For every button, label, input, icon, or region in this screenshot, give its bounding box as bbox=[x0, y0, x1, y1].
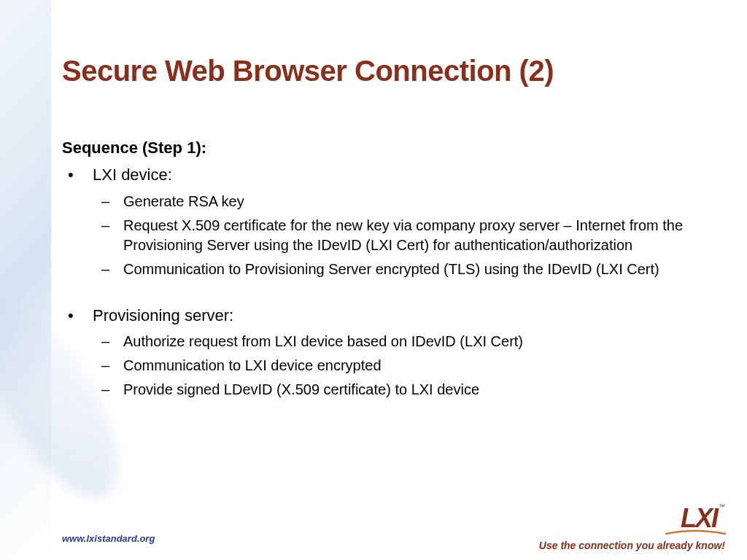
slide-title: Secure Web Browser Connection (2) bbox=[62, 55, 718, 88]
list-item-text: LXI device: bbox=[93, 166, 172, 184]
list-item: Provisioning server: Authorize request f… bbox=[62, 306, 718, 400]
slide-content: Secure Web Browser Connection (2) Sequen… bbox=[62, 55, 718, 405]
bullet-list-level1: LXI device: Generate RSA key Request X.5… bbox=[62, 165, 718, 279]
slide-left-decoration bbox=[0, 0, 51, 560]
list-item: Request X.509 certificate for the new ke… bbox=[93, 216, 718, 255]
list-item: Authorize request from LXI device based … bbox=[93, 332, 718, 351]
bullet-list-level2: Authorize request from LXI device based … bbox=[93, 332, 718, 400]
footer-tagline: Use the connection you already know! bbox=[539, 540, 725, 551]
spacer bbox=[62, 285, 718, 306]
bullet-list-level1: Provisioning server: Authorize request f… bbox=[62, 306, 718, 400]
list-item: Generate RSA key bbox=[93, 192, 718, 211]
logo-trademark: ™ bbox=[719, 503, 725, 510]
bullet-list-level2: Generate RSA key Request X.509 certifica… bbox=[93, 192, 718, 279]
list-item: LXI device: Generate RSA key Request X.5… bbox=[62, 165, 718, 279]
logo-swoosh-icon bbox=[665, 529, 727, 537]
sequence-heading: Sequence (Step 1): bbox=[62, 139, 718, 158]
list-item: Communication to LXI device encrypted bbox=[93, 356, 718, 376]
list-item: Provide signed LDevID (X.509 certificate… bbox=[93, 380, 718, 400]
list-item-text: Provisioning server: bbox=[93, 306, 233, 324]
list-item: Communication to Provisioning Server enc… bbox=[93, 260, 718, 279]
footer-url: www.lxistandard.org bbox=[62, 533, 155, 544]
